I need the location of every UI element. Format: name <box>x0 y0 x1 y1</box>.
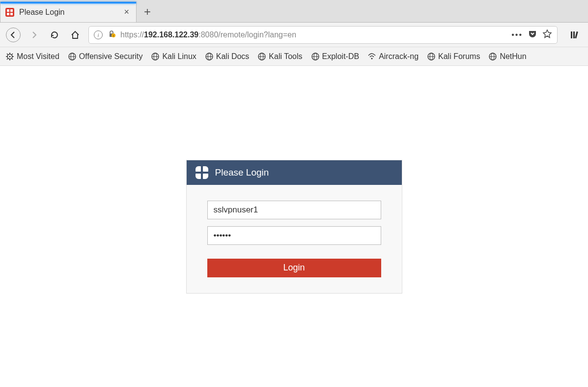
svg-point-35 <box>371 58 373 59</box>
favicon-icon <box>5 8 14 17</box>
site-info-icon[interactable]: i <box>94 30 103 39</box>
home-button[interactable] <box>68 28 83 42</box>
password-input[interactable] <box>207 226 381 245</box>
username-input[interactable] <box>207 201 381 219</box>
forward-button[interactable] <box>27 28 41 42</box>
globe-icon <box>489 53 497 60</box>
login-body: Login <box>187 185 402 293</box>
svg-rect-9 <box>575 31 578 38</box>
svg-rect-8 <box>573 31 575 38</box>
login-button[interactable]: Login <box>207 259 381 277</box>
tab-title: Please Login <box>19 8 117 17</box>
globe-icon <box>311 53 319 60</box>
login-panel: Please Login Login <box>186 160 402 294</box>
url-bar[interactable]: i ! https://192.168.122.39:8080/remote/l… <box>88 26 558 44</box>
svg-rect-2 <box>7 13 9 15</box>
globe-icon <box>151 53 159 60</box>
close-icon[interactable]: × <box>122 7 131 17</box>
reload-button[interactable] <box>47 28 62 42</box>
tab-bar: Please Login × + <box>0 0 588 23</box>
svg-rect-3 <box>10 13 13 15</box>
bookmark-aircrack-ng[interactable]: Aircrack-ng <box>368 52 419 61</box>
library-button[interactable] <box>567 28 582 42</box>
bookmark-star-icon[interactable] <box>542 29 552 41</box>
login-header: Please Login <box>187 160 402 185</box>
bookmark-offensive-security[interactable]: Offensive Security <box>68 52 143 61</box>
bookmarks-bar: Most Visited Offensive Security Kali Lin… <box>0 47 588 66</box>
globe-icon <box>427 53 435 60</box>
page-content: Please Login Login <box>0 66 588 387</box>
wifi-icon <box>368 53 376 60</box>
bookmark-kali-docs[interactable]: Kali Docs <box>205 52 250 61</box>
svg-line-17 <box>12 59 13 60</box>
gear-icon <box>6 53 14 60</box>
bookmark-exploit-db[interactable]: Exploit-DB <box>311 52 360 61</box>
globe-icon <box>205 53 213 60</box>
svg-line-16 <box>7 54 8 55</box>
svg-text:!: ! <box>113 34 114 37</box>
fortinet-logo-icon <box>196 166 208 179</box>
globe-icon <box>68 53 76 60</box>
new-tab-button[interactable]: + <box>137 1 158 22</box>
bookmark-kali-tools[interactable]: Kali Tools <box>258 52 302 61</box>
bookmark-kali-forums[interactable]: Kali Forums <box>427 52 480 61</box>
bookmark-most-visited[interactable]: Most Visited <box>6 52 59 61</box>
svg-rect-7 <box>571 31 572 38</box>
globe-icon <box>258 53 266 60</box>
tab-loading-indicator <box>0 2 136 3</box>
bookmark-nethunter[interactable]: NetHun <box>489 52 526 61</box>
svg-rect-1 <box>10 9 13 12</box>
svg-line-19 <box>12 54 13 55</box>
login-title: Please Login <box>215 167 269 178</box>
page-actions-icon[interactable]: ••• <box>511 30 523 39</box>
url-text: https://192.168.122.39:8080/remote/login… <box>120 30 506 39</box>
svg-rect-0 <box>7 9 9 12</box>
bookmark-kali-linux[interactable]: Kali Linux <box>151 52 196 61</box>
browser-tab[interactable]: Please Login × <box>0 1 137 22</box>
security-warning-icon[interactable]: ! <box>108 30 115 40</box>
nav-bar: i ! https://192.168.122.39:8080/remote/l… <box>0 23 588 47</box>
svg-line-18 <box>7 59 8 60</box>
svg-point-11 <box>9 56 11 57</box>
pocket-icon[interactable] <box>528 29 537 41</box>
back-button[interactable] <box>6 28 21 42</box>
